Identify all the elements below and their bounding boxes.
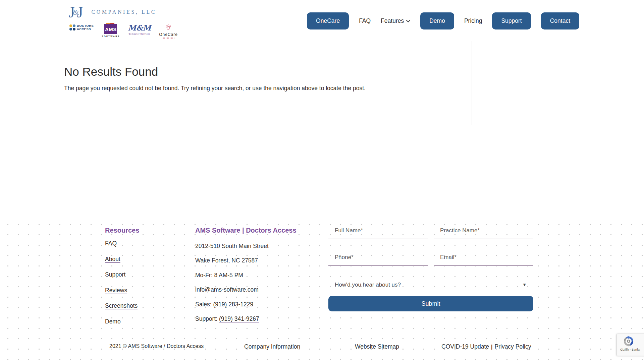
nav-faq-link[interactable]: FAQ bbox=[359, 17, 371, 24]
header: J&J COMPANIES, LLC DOCTORS ACCESS bbox=[0, 0, 644, 42]
company-heading: AMS Software | Doctors Access bbox=[195, 227, 297, 234]
email-link[interactable]: info@ams-software.com bbox=[195, 286, 259, 293]
onecare-flower-icon bbox=[165, 24, 172, 32]
full-name-field[interactable] bbox=[328, 224, 428, 239]
resources-link-list: FAQ About Support Reviews Screenshots De… bbox=[105, 240, 139, 325]
company-information-link[interactable]: Company Information bbox=[244, 343, 300, 350]
covid-update-link[interactable]: COVID-19 Update bbox=[441, 343, 489, 350]
practice-name-field[interactable] bbox=[434, 224, 533, 239]
hear-about-us-select[interactable]: How'd you hear about us? ▼ bbox=[328, 278, 533, 292]
mm-computer-services-logo: M&M Computer Services bbox=[128, 24, 151, 35]
nav-pricing-link[interactable]: Pricing bbox=[464, 17, 482, 24]
footer-company-column: AMS Software | Doctors Access 2012-510 S… bbox=[195, 227, 297, 322]
brand-logos-row: DOCTORS ACCESS AMS SOFTWARE M&M Computer… bbox=[69, 24, 178, 39]
website-sitemap-link[interactable]: Website Sitemap bbox=[355, 343, 399, 350]
nav-contact-button[interactable]: Contact bbox=[541, 12, 579, 29]
footer-link-reviews[interactable]: Reviews bbox=[105, 287, 127, 294]
recaptcha-label[interactable]: Gizlilik - Şartlar bbox=[620, 348, 641, 351]
footer-link-support[interactable]: Support bbox=[105, 271, 125, 278]
chevron-down-icon bbox=[406, 20, 410, 22]
nav-support-button[interactable]: Support bbox=[492, 12, 531, 29]
support-phone-link[interactable]: (919) 341-9267 bbox=[219, 315, 259, 322]
phone-field[interactable] bbox=[328, 251, 428, 266]
footer-link-screenshots[interactable]: Screenshots bbox=[105, 302, 138, 309]
recaptcha-badge[interactable]: Gizlilik - Şartlar bbox=[616, 334, 644, 356]
footer-link-about[interactable]: About bbox=[105, 256, 120, 262]
company-name: COMPANIES, LLC bbox=[91, 9, 156, 15]
resources-heading: Resources bbox=[105, 227, 139, 234]
logo-divider bbox=[87, 3, 87, 21]
not-found-message: The page you requested could not be foun… bbox=[64, 85, 366, 92]
main-nav: OneCare FAQ Features Demo Pricing Suppor… bbox=[307, 12, 579, 29]
sales-phone-line: Sales: (919) 283-1229 bbox=[195, 301, 297, 307]
site-logo[interactable]: J&J COMPANIES, LLC DOCTORS ACCESS bbox=[69, 3, 178, 39]
recaptcha-icon bbox=[623, 336, 634, 347]
privacy-policy-link[interactable]: Privacy Policy bbox=[495, 343, 531, 350]
ams-box-icon: AMS bbox=[104, 24, 117, 34]
nav-onecare-button[interactable]: OneCare bbox=[307, 12, 349, 29]
jj-companies-logo: J&J COMPANIES, LLC bbox=[69, 3, 178, 21]
business-hours: Mo-Fr: 8 AM-5 PM bbox=[195, 272, 297, 278]
jj-monogram: J&J bbox=[69, 4, 82, 20]
nav-demo-button[interactable]: Demo bbox=[420, 12, 454, 29]
footer: Resources FAQ About Support Reviews Scre… bbox=[0, 218, 644, 362]
footer-resources-column: Resources FAQ About Support Reviews Scre… bbox=[105, 227, 139, 334]
covid-privacy-links: COVID-19 Update|Privacy Policy bbox=[441, 343, 531, 350]
copyright-text: 2021 © AMS Software / Doctors Access bbox=[109, 343, 204, 349]
onecare-tagline bbox=[162, 38, 175, 39]
dropdown-arrow-icon: ▼ bbox=[522, 282, 527, 287]
footer-link-demo[interactable]: Demo bbox=[105, 318, 121, 325]
email-field[interactable] bbox=[434, 251, 533, 266]
doctors-access-dots-icon bbox=[69, 24, 75, 31]
ams-software-logo: AMS SOFTWARE bbox=[102, 24, 120, 38]
footer-bottom-bar: 2021 © AMS Software / Doctors Access Com… bbox=[0, 343, 644, 353]
page: J&J COMPANIES, LLC DOCTORS ACCESS bbox=[0, 0, 644, 362]
address-line1: 2012-510 South Main Street bbox=[195, 243, 297, 249]
onecare-logo: OneCare bbox=[159, 24, 178, 39]
footer-link-faq[interactable]: FAQ bbox=[105, 240, 117, 247]
nav-features-dropdown[interactable]: Features bbox=[381, 17, 410, 24]
address-line2: Wake Forest, NC 27587 bbox=[195, 257, 297, 263]
page-title: No Results Found bbox=[64, 65, 158, 78]
sidebar-divider bbox=[472, 41, 472, 125]
doctors-access-logo: DOCTORS ACCESS bbox=[69, 24, 94, 31]
link-separator: | bbox=[491, 344, 492, 350]
sales-phone-link[interactable]: (919) 283-1229 bbox=[213, 301, 254, 308]
contact-form: How'd you hear about us? ▼ Submit bbox=[328, 224, 533, 311]
support-phone-line: Support: (919) 341-9267 bbox=[195, 316, 297, 322]
submit-button[interactable]: Submit bbox=[328, 296, 533, 311]
